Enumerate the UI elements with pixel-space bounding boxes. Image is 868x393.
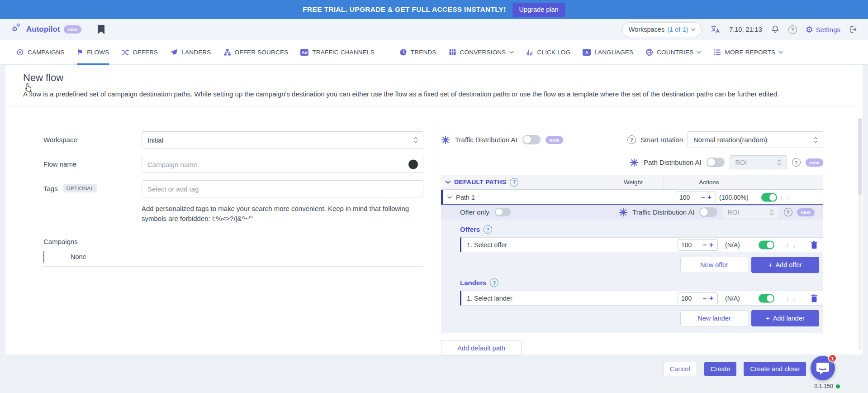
- move-down-icon[interactable]: ↓: [792, 241, 796, 249]
- path-ai-help-icon[interactable]: ?: [792, 158, 801, 167]
- scrollbar-thumb[interactable]: [858, 118, 862, 195]
- bookmark-icon[interactable]: [98, 25, 104, 34]
- traffic-ai-toggle[interactable]: [522, 135, 541, 144]
- landers-section-head: Landers ?: [460, 278, 823, 287]
- path-weight-value[interactable]: 100: [679, 194, 699, 201]
- lander-enabled-toggle[interactable]: [759, 294, 774, 302]
- path-metric-help-icon[interactable]: ?: [784, 208, 792, 216]
- path-metric-select[interactable]: ROI: [722, 205, 779, 219]
- chevron-down-icon[interactable]: [446, 181, 451, 184]
- tab-campaigns[interactable]: CAMPAIGNS: [16, 40, 65, 64]
- landers-help-icon[interactable]: ?: [490, 278, 498, 287]
- tab-click-log[interactable]: CLICK LOG: [526, 40, 571, 64]
- move-up-icon[interactable]: ↑: [786, 241, 789, 249]
- path-traffic-ai-toggle[interactable]: [699, 207, 717, 217]
- minus-icon[interactable]: −: [699, 193, 706, 201]
- landers-title: Landers: [460, 279, 486, 287]
- offer-row[interactable]: 1. Select offer 100 − + (N/A) ↑ ↓: [460, 237, 823, 252]
- gear-icon: ⚙: [806, 25, 813, 34]
- default-paths-header: DEFAULT PATHS ? Weight Actions: [441, 175, 823, 190]
- logout-icon[interactable]: [849, 25, 858, 34]
- offers-title: Offers: [460, 225, 480, 233]
- flow-name-indicator-dot[interactable]: [408, 160, 418, 169]
- offers-help-icon[interactable]: ?: [484, 225, 492, 234]
- path-ai-toggle[interactable]: [707, 158, 725, 167]
- tab-offers[interactable]: OFFERS: [121, 40, 158, 64]
- tab-conversions[interactable]: CONVERSIONS: [449, 40, 514, 64]
- actions-column-header: Actions: [664, 175, 754, 189]
- tab-languages[interactable]: A LANGUAGES: [583, 40, 633, 64]
- create-button[interactable]: Create: [704, 362, 737, 376]
- upgrade-plan-button[interactable]: Upgrade plan: [512, 3, 565, 17]
- trash-icon[interactable]: [811, 241, 818, 249]
- list-icon: [713, 48, 721, 56]
- minus-icon[interactable]: −: [701, 241, 708, 249]
- tags-help-text: Add personalized tags to make your searc…: [142, 204, 423, 224]
- path-ai-metric-select[interactable]: ROI: [730, 155, 787, 169]
- chevron-down-icon[interactable]: [447, 196, 452, 199]
- tab-countries[interactable]: COUNTRIES: [645, 40, 701, 64]
- panel-top-row: Traffic Distribution AI new ? Smart rota…: [441, 131, 823, 148]
- translate-icon[interactable]: [711, 25, 721, 34]
- plus-icon[interactable]: +: [707, 193, 712, 201]
- brand[interactable]: ⚙⚙ Autopilot new: [12, 24, 81, 35]
- add-lander-button[interactable]: +Add lander: [751, 310, 819, 326]
- footer-actions: Cancel Create Create and close: [663, 362, 806, 376]
- tab-trends[interactable]: TRENDS: [399, 40, 436, 64]
- lander-row-label: 1. Select lander: [467, 295, 512, 302]
- workspaces-selector[interactable]: Workspaces (1 of 1): [622, 22, 702, 37]
- traffic-ai-label: Traffic Distribution AI: [455, 136, 517, 144]
- new-offer-button[interactable]: New offer: [680, 257, 748, 273]
- tags-input[interactable]: [147, 185, 417, 193]
- create-and-close-button[interactable]: Create and close: [744, 362, 806, 376]
- chat-widget[interactable]: 1: [811, 356, 835, 380]
- smart-rotation-select[interactable]: Normal rotation(random): [688, 131, 823, 148]
- path-enabled-toggle[interactable]: [761, 193, 777, 201]
- plus-icon[interactable]: +: [708, 294, 714, 302]
- smart-rotation-label: Smart rotation: [640, 136, 683, 144]
- offer-weight-stepper: 100 − +: [678, 239, 718, 251]
- flow-form: Workspace Initial Flow name Tags OPTIONA…: [43, 131, 423, 224]
- flow-name-row: Flow name: [43, 156, 423, 173]
- tab-flows[interactable]: ⚑ FLOWS: [77, 40, 109, 64]
- offer-only-toggle[interactable]: [495, 208, 511, 216]
- path-traffic-ai-group: Traffic Distribution AI ROI ? new: [619, 205, 815, 219]
- cancel-button[interactable]: Cancel: [663, 362, 697, 376]
- help-icon[interactable]: ?: [788, 25, 797, 34]
- autopilot-gears-icon: ⚙⚙: [12, 24, 23, 35]
- smart-rotation-help-icon[interactable]: ?: [627, 135, 636, 144]
- tab-offer-sources[interactable]: OFFER SOURCES: [223, 40, 289, 64]
- chat-notification-badge: 1: [828, 354, 837, 363]
- path-ai-row: Path Distribution AI ROI ? new: [441, 155, 823, 169]
- new-lander-button[interactable]: New lander: [680, 310, 748, 326]
- path-row[interactable]: Path 1 100 − + (100.00%) ↑ ↓: [441, 190, 823, 205]
- offer-enabled-toggle[interactable]: [759, 240, 774, 249]
- brand-new-badge: new: [64, 25, 81, 34]
- minus-icon[interactable]: −: [701, 294, 708, 302]
- move-down-icon[interactable]: ↓: [792, 294, 796, 302]
- tab-traffic-channels[interactable]: Ad TRAFFIC CHANNELS: [300, 40, 374, 64]
- flow-name-input[interactable]: [147, 161, 417, 168]
- traffic-ai-group: Traffic Distribution AI new: [441, 135, 563, 144]
- app-screen: FREE TRIAL. UPGRADE & GET FULL ACCESS IN…: [0, 0, 868, 393]
- panel-scrollbar[interactable]: [858, 118, 862, 350]
- move-up-icon[interactable]: ↑: [786, 294, 789, 302]
- add-default-path-button[interactable]: Add default path: [441, 340, 522, 356]
- traffic-ai-new-badge: new: [545, 136, 563, 144]
- new-flow-card: New flow A flow is a predefined set of c…: [5, 65, 863, 355]
- brand-name: Autopilot: [26, 25, 60, 34]
- settings-link[interactable]: ⚙ Settings: [806, 25, 840, 34]
- default-paths-help-icon[interactable]: ?: [510, 178, 518, 187]
- lander-row[interactable]: 1. Select lander 100 − + (N/A) ↑ ↓: [460, 291, 823, 306]
- move-down-icon[interactable]: ↓: [787, 193, 790, 201]
- offer-weight-value[interactable]: 100: [681, 241, 701, 249]
- move-up-icon[interactable]: ↑: [780, 193, 783, 201]
- tab-more-reports[interactable]: MORE REPORTS: [713, 40, 783, 64]
- workspace-select[interactable]: Initial: [142, 131, 423, 149]
- add-offer-button[interactable]: +Add offer: [751, 257, 819, 273]
- bell-icon[interactable]: [771, 25, 780, 34]
- tab-landers[interactable]: LANDERS: [170, 40, 211, 64]
- lander-weight-value[interactable]: 100: [681, 295, 701, 302]
- trash-icon[interactable]: [811, 294, 818, 302]
- plus-icon[interactable]: +: [708, 241, 714, 249]
